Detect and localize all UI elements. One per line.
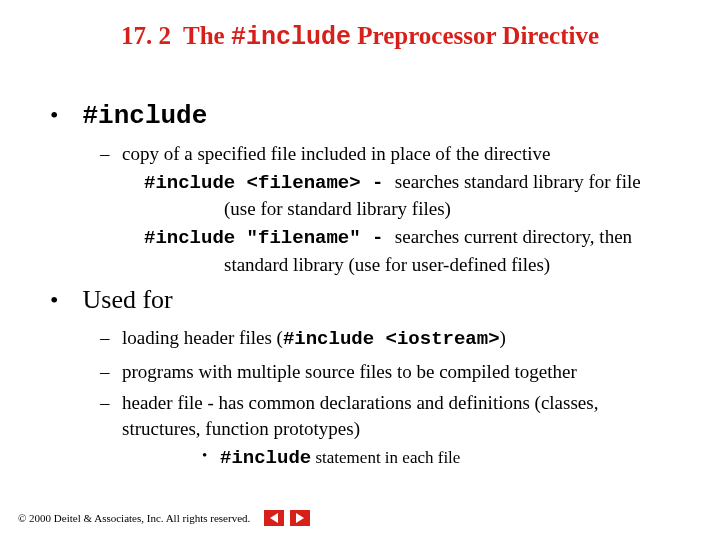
bullet-usedfor-label: Used for — [83, 285, 173, 314]
title-section: 17. 2 — [121, 22, 171, 49]
slide-title: 17. 2 The #include Preprocessor Directiv… — [50, 22, 670, 52]
title-post: Preprocessor Directive — [357, 22, 599, 49]
sublist3: #include statement in each file — [202, 446, 670, 471]
detail-quote-rest: searches current directory, then — [395, 226, 632, 247]
title-mono: #include — [231, 23, 351, 52]
detail-angle-rest: searches standard library for file — [395, 171, 641, 192]
detail-angle-mono: #include <filename> — [144, 172, 361, 194]
sublist-usedfor: loading header files (#include <iostream… — [100, 325, 670, 470]
sub-multisource: programs with multiple source files to b… — [100, 359, 670, 385]
copyright-text: © 2000 Deitel & Associates, Inc. All rig… — [18, 512, 250, 524]
sub-loading-mono: #include <iostream> — [283, 328, 500, 350]
bullet-list: #include copy of a specified file includ… — [50, 100, 670, 470]
sub-copy-text: copy of a specified file included in pla… — [122, 143, 550, 164]
sub3-include-stmt: #include statement in each file — [202, 446, 670, 471]
sub-headerfile: header file - has common declarations an… — [100, 390, 670, 470]
sublist-include: copy of a specified file included in pla… — [100, 141, 670, 277]
sub-copy: copy of a specified file included in pla… — [100, 141, 670, 277]
bullet-include-label: #include — [83, 101, 208, 131]
nav-arrows — [264, 510, 310, 526]
bullet-usedfor: Used for loading header files (#include … — [50, 285, 670, 470]
detail-quote-indent: standard library (use for user-defined f… — [224, 252, 670, 278]
detail-quote-mono: #include "filename" — [144, 227, 361, 249]
slide-content: 17. 2 The #include Preprocessor Directiv… — [0, 0, 720, 470]
detail-quote: #include "filename" - searches current d… — [144, 224, 670, 277]
detail-angle: #include <filename> - searches standard … — [144, 169, 670, 222]
footer: © 2000 Deitel & Associates, Inc. All rig… — [18, 510, 310, 526]
sub-loading: loading header files (#include <iostream… — [100, 325, 670, 353]
prev-slide-button[interactable] — [264, 510, 284, 526]
bullet-include: #include copy of a specified file includ… — [50, 100, 670, 277]
next-slide-button[interactable] — [290, 510, 310, 526]
detail-angle-indent: (use for standard library files) — [224, 196, 670, 222]
title-pre: The — [183, 22, 225, 49]
